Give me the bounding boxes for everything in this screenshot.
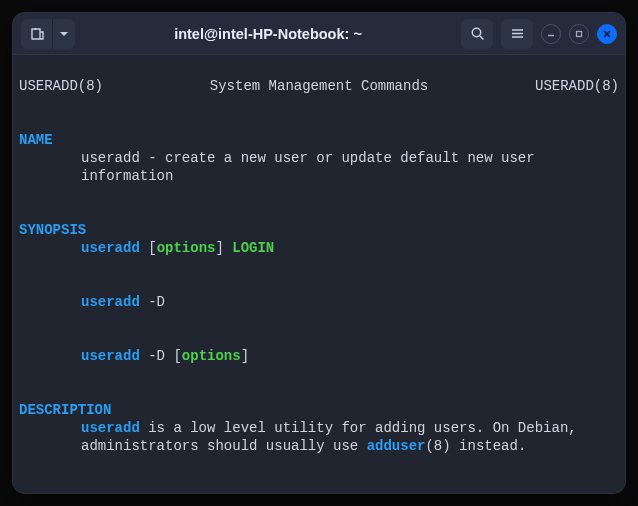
hamburger-icon [510,26,525,41]
new-tab-icon [29,26,45,42]
section-description: DESCRIPTION [19,402,111,418]
man-header-center: System Management Commands [210,77,428,95]
menu-button[interactable] [501,19,533,49]
search-button[interactable] [461,19,493,49]
synopsis-line-3: useradd -D [options] [19,347,619,365]
maximize-icon [574,29,584,39]
titlebar-left [21,19,75,49]
new-tab-menu-button[interactable] [53,19,75,49]
titlebar: intel@intel-HP-Notebook: ~ [13,13,625,55]
terminal-window: intel@intel-HP-Notebook: ~ USERADD(8)Sys… [13,13,625,493]
section-synopsis: SYNOPSIS [19,222,86,238]
chevron-down-icon [59,29,69,39]
man-header: USERADD(8)System Management CommandsUSER… [19,77,619,95]
search-icon [470,26,485,41]
svg-line-1 [480,36,484,40]
new-tab-splitbutton [21,19,75,49]
minimize-button[interactable] [541,24,561,44]
desc-para-1: useradd is a low level utility for addin… [19,419,619,455]
new-tab-button[interactable] [21,19,53,49]
desc-para-2: When invoked without the -D option, the … [19,491,619,493]
name-text: useradd - create a new user or update de… [19,149,619,185]
section-name: NAME [19,132,53,148]
svg-rect-3 [577,31,582,36]
svg-point-0 [472,28,480,36]
man-header-right: USERADD(8) [535,77,619,95]
window-title: intel@intel-HP-Notebook: ~ [81,26,455,42]
maximize-button[interactable] [569,24,589,44]
close-button[interactable] [597,24,617,44]
terminal-viewport[interactable]: USERADD(8)System Management CommandsUSER… [13,55,625,493]
synopsis-line-1: useradd [options] LOGIN [19,239,619,257]
close-icon [602,29,612,39]
titlebar-right [461,19,617,49]
synopsis-line-2: useradd -D [19,293,619,311]
minimize-icon [546,29,556,39]
man-header-left: USERADD(8) [19,77,103,95]
